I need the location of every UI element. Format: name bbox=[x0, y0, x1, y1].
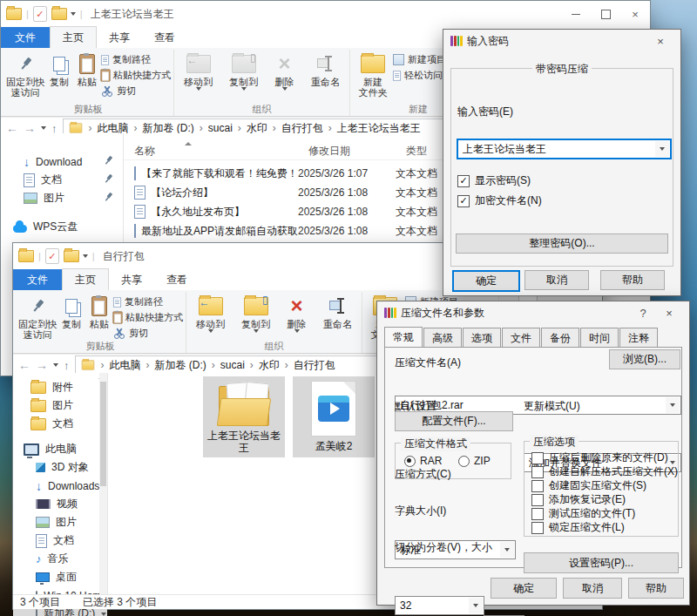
quick-properties-icon[interactable]: ✓ bbox=[33, 6, 47, 22]
breadcrumb-item[interactable]: sucai bbox=[208, 122, 233, 134]
close-icon[interactable]: × bbox=[656, 301, 682, 324]
copy-to-button[interactable]: ▯ 复制到 bbox=[235, 292, 277, 333]
sidebar-item-desktop[interactable]: 桌面 bbox=[13, 568, 107, 586]
encrypt-filenames-checkbox[interactable]: ✓ 加密文件名(N) bbox=[457, 193, 542, 208]
tab-file[interactable]: 文件 bbox=[1, 27, 50, 48]
option-test-checkbox[interactable]: 测试压缩的文件(T) bbox=[531, 506, 635, 521]
password-dialog-titlebar[interactable]: 输入密码 × bbox=[443, 30, 680, 52]
radio-icon[interactable] bbox=[458, 456, 470, 467]
show-password-checkbox[interactable]: ✓ 显示密码(S) bbox=[457, 173, 531, 188]
sidebar-item-pictures2[interactable]: 图片 bbox=[13, 513, 107, 531]
back-button[interactable]: ← bbox=[18, 358, 30, 372]
sidebar-item-3d-objects[interactable]: 3D 对象 bbox=[13, 458, 107, 477]
pin-to-quick-access-button[interactable]: 固定到快 速访问 bbox=[17, 292, 58, 340]
format-zip-radio[interactable]: ZIP bbox=[458, 455, 491, 467]
rename-button[interactable]: 重命名 bbox=[317, 292, 359, 329]
option-sfx-checkbox[interactable]: 创建自解压格式压缩文件(X) bbox=[531, 464, 678, 479]
sidebar-item-documents[interactable]: 文档 bbox=[1, 171, 123, 189]
delete-button[interactable]: × 删除 bbox=[281, 292, 314, 333]
quick-newfolder-icon[interactable] bbox=[64, 250, 79, 262]
column-header-name[interactable]: 名称 bbox=[124, 144, 308, 159]
breadcrumb-item[interactable]: 新加卷 (D:) bbox=[155, 358, 206, 373]
help-icon[interactable]: ? bbox=[630, 301, 656, 324]
checkbox-icon[interactable] bbox=[531, 452, 544, 464]
paste-shortcut-button[interactable]: 粘贴快捷方式 bbox=[113, 311, 183, 324]
sidebar-item-documents2[interactable]: 文档 bbox=[13, 531, 107, 550]
column-header-date[interactable]: 修改日期 bbox=[308, 144, 406, 159]
rename-button[interactable]: 重命名 bbox=[305, 50, 347, 87]
move-to-button[interactable]: ← 移动到 bbox=[178, 50, 220, 91]
sidebar-item-documents[interactable]: 文档 bbox=[13, 415, 107, 433]
tab-view[interactable]: 查看 bbox=[142, 27, 187, 48]
tab-view[interactable]: 查看 bbox=[154, 269, 200, 290]
archive-dialog-titlebar[interactable]: 压缩文件名和参数 ? × bbox=[377, 301, 689, 324]
help-button[interactable]: 帮助 bbox=[600, 270, 665, 290]
radio-selected-icon[interactable] bbox=[404, 456, 416, 467]
option-lock-checkbox[interactable]: 锁定压缩文件(L) bbox=[531, 520, 625, 535]
sidebar-item-videos[interactable]: 视频 bbox=[13, 495, 107, 513]
checkbox-icon[interactable] bbox=[531, 508, 544, 520]
tab-share[interactable]: 共享 bbox=[97, 27, 142, 48]
minimize-button[interactable] bbox=[561, 1, 591, 27]
option-recovery-checkbox[interactable]: 添加恢复记录(E) bbox=[531, 492, 626, 507]
checkbox-checked-icon[interactable]: ✓ bbox=[457, 175, 470, 187]
profiles-button[interactable]: 配置文件(F)... bbox=[395, 411, 513, 431]
close-icon[interactable]: × bbox=[647, 30, 673, 52]
option-delete-files-checkbox[interactable]: 压缩后删除原来的文件(D) bbox=[531, 450, 668, 465]
move-to-button[interactable]: ← 移动到 bbox=[190, 292, 232, 333]
sidebar-item-pictures[interactable]: 图片 bbox=[13, 396, 107, 415]
combo-dropdown-icon[interactable] bbox=[655, 141, 669, 157]
up-button[interactable]: ↑ bbox=[64, 359, 70, 372]
pin-to-quick-access-button[interactable]: 固定到快 速访问 bbox=[5, 50, 45, 98]
combo-dropdown-icon[interactable] bbox=[500, 542, 514, 558]
sidebar-item-music[interactable]: ♪音乐 bbox=[13, 550, 107, 568]
forward-button[interactable]: → bbox=[36, 358, 48, 372]
ok-button[interactable]: 确定 bbox=[452, 270, 520, 292]
checkbox-icon[interactable] bbox=[531, 480, 544, 492]
combo-dropdown-icon[interactable] bbox=[666, 397, 680, 413]
checkbox-icon[interactable] bbox=[531, 466, 544, 478]
copy-path-button[interactable]: 复制路径 bbox=[101, 53, 171, 66]
cut-button[interactable]: 剪切 bbox=[113, 327, 183, 340]
sidebar-item-this-pc[interactable]: 此电脑 bbox=[13, 440, 107, 458]
ok-button[interactable]: 确定 bbox=[491, 578, 557, 599]
quick-properties-icon[interactable]: ✓ bbox=[45, 248, 59, 264]
qat-customize-icon[interactable] bbox=[71, 12, 76, 16]
copy-button[interactable]: 复制 bbox=[58, 292, 85, 329]
set-password-button[interactable]: 设置密码(P)... bbox=[524, 552, 679, 573]
organize-passwords-button[interactable]: 整理密码(O)... bbox=[456, 234, 668, 254]
tile-folder[interactable]: 上老王论坛当老王 bbox=[203, 376, 285, 457]
paste-button[interactable]: 粘贴 bbox=[73, 50, 101, 87]
sidebar-item-downloads[interactable]: ↓Downloads bbox=[13, 477, 107, 495]
sidebar-item-attachments[interactable]: 附件 bbox=[13, 378, 107, 396]
cancel-button[interactable]: 取消 bbox=[524, 270, 589, 290]
maximize-button[interactable] bbox=[591, 1, 620, 27]
breadcrumb-item[interactable]: 自行打包 bbox=[294, 358, 335, 373]
tab-home[interactable]: 主页 bbox=[50, 26, 97, 48]
help-button[interactable]: 帮助 bbox=[628, 578, 684, 599]
recent-locations-icon[interactable] bbox=[53, 363, 58, 367]
breadcrumb-item[interactable]: 水印 bbox=[259, 358, 280, 373]
combo-dropdown-icon[interactable] bbox=[469, 598, 483, 613]
password-input[interactable]: 上老王论坛当老王 bbox=[457, 139, 671, 159]
copy-button[interactable]: 复制 bbox=[45, 50, 73, 87]
tab-share[interactable]: 共享 bbox=[109, 269, 154, 290]
qat-customize-icon[interactable] bbox=[83, 254, 88, 258]
close-button[interactable]: × bbox=[620, 1, 650, 27]
tile-video-1[interactable]: 孟美岐2 bbox=[293, 376, 375, 457]
breadcrumb-item[interactable]: 此电脑 bbox=[110, 358, 141, 373]
new-folder-button[interactable]: 新建 文件夹 bbox=[353, 50, 393, 98]
quick-newfolder-icon[interactable] bbox=[51, 8, 67, 20]
sidebar-item-pictures[interactable]: 图片 bbox=[1, 189, 123, 207]
browse-button[interactable]: 浏览(B)... bbox=[609, 349, 680, 369]
sidebar-item-download[interactable]: ↓Download bbox=[1, 152, 123, 171]
tab-file[interactable]: 文件 bbox=[13, 269, 62, 290]
delete-button[interactable]: × 删除 bbox=[268, 50, 301, 91]
checkbox-icon[interactable] bbox=[531, 494, 544, 506]
cancel-button[interactable]: 取消 bbox=[563, 578, 622, 599]
window1-titlebar[interactable]: | ✓ | 上老王论坛当老王 × bbox=[1, 1, 650, 27]
tab-home[interactable]: 主页 bbox=[62, 268, 109, 290]
breadcrumb-item[interactable]: sucai bbox=[220, 359, 245, 371]
format-rar-radio[interactable]: RAR bbox=[404, 455, 442, 467]
copy-path-button[interactable]: 复制路径 bbox=[113, 295, 183, 308]
